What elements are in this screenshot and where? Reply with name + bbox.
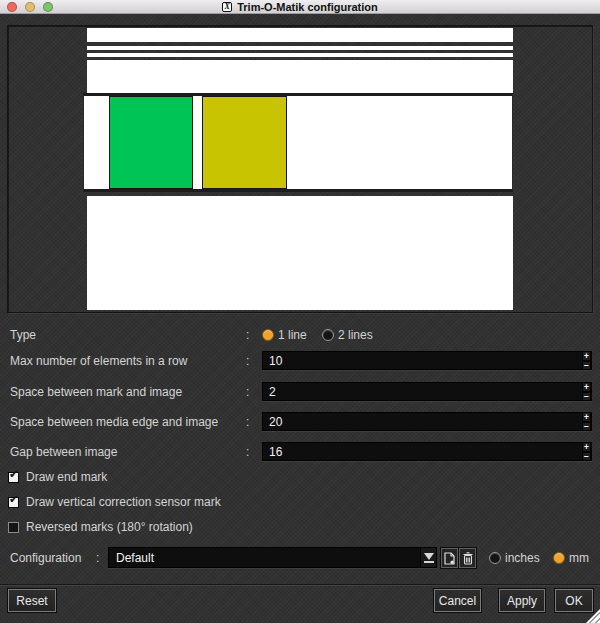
radio-icon [262,329,274,341]
gap-between-image-input[interactable] [263,443,591,460]
reset-button[interactable]: Reset [8,589,56,612]
gap-between-image-field: + − [262,442,592,461]
draw-vertical-correction-checkbox[interactable]: ✔ Draw vertical correction sensor mark [0,494,600,510]
space-mark-image-input[interactable] [263,383,591,400]
radio-mm-label: mm [569,551,589,565]
radio-inches-label: inches [505,551,540,565]
preview-thin-line-2 [87,53,513,57]
reversed-marks-label: Reversed marks (180° rotation) [26,520,193,534]
preview-green-block [109,96,193,189]
space-media-edge-field: + − [262,412,592,431]
minimize-button[interactable] [25,2,35,12]
colon: : [246,326,249,344]
spinner-up-button[interactable]: + [582,442,591,452]
configuration-field [108,547,437,568]
preview-mark-strip [87,60,513,93]
colon: : [96,547,99,568]
configuration-input[interactable] [109,548,420,567]
gap-between-image-row: Gap between image : + − [0,442,600,461]
draw-end-mark-checkbox[interactable]: ✔ Draw end mark [0,469,600,485]
preview-canvas [7,25,593,313]
checkbox-icon [8,522,19,533]
spinner-up-button[interactable]: + [582,351,591,361]
radio-icon [322,329,334,341]
spinner-down-button[interactable]: − [582,452,591,462]
chevron-down-icon [424,553,434,560]
space-media-edge-label: Space between media edge and image [10,412,218,431]
reversed-marks-checkbox[interactable]: Reversed marks (180° rotation) [0,519,600,535]
gap-between-image-label: Gap between image [10,442,117,461]
colon: : [246,442,249,461]
colon: : [246,412,249,431]
type-label: Type [10,326,36,344]
preview-image-row [83,93,513,192]
spinner: + − [582,351,591,370]
dropdown-bar [424,561,434,563]
new-document-icon [444,552,455,565]
radio-icon [553,552,565,564]
spinner: + − [582,412,591,431]
trash-icon [463,552,473,565]
window: X Trim-O-Matik configuration Type : 1 li… [0,0,600,623]
radio-2-lines-label: 2 lines [338,328,373,342]
space-mark-image-field: + − [262,382,592,401]
draw-vertical-correction-label: Draw vertical correction sensor mark [26,495,221,509]
configuration-label: Configuration [10,547,81,568]
dialog-body: Type : 1 line 2 lines Max number of elem… [0,14,600,623]
preview-yellow-block [202,96,287,189]
max-elements-field: + − [262,351,592,370]
max-elements-row: Max number of elements in a row : + − [0,351,600,370]
max-elements-input[interactable] [263,352,591,369]
space-mark-image-label: Space between mark and image [10,382,182,401]
titlebar: X Trim-O-Matik configuration [0,0,600,14]
preview-bottom-area [87,196,513,310]
footer-separator [0,584,600,586]
x11-icon: X [222,2,232,12]
close-button[interactable] [7,2,17,12]
max-elements-label: Max number of elements in a row [10,351,187,370]
space-mark-image-row: Space between mark and image : + − [0,382,600,401]
spinner-down-button[interactable]: − [582,392,591,402]
checkbox-icon: ✔ [8,472,19,483]
colon: : [246,351,249,370]
radio-inches[interactable]: inches [489,547,540,568]
draw-end-mark-label: Draw end mark [26,470,107,484]
preview-thin-line-1 [87,46,513,50]
checkbox-icon: ✔ [8,497,19,508]
space-media-edge-input[interactable] [263,413,591,430]
spinner-down-button[interactable]: − [582,361,591,371]
zoom-button[interactable] [43,2,53,12]
window-title: Trim-O-Matik configuration [237,1,378,13]
spinner: + − [582,382,591,401]
colon: : [246,382,249,401]
spinner-up-button[interactable]: + [582,382,591,392]
delete-config-button[interactable] [459,548,476,568]
preview-top-strip [87,28,513,42]
ok-button[interactable]: OK [555,589,593,612]
radio-icon [489,552,501,564]
radio-1-line-label: 1 line [278,328,307,342]
dropdown-button[interactable] [420,548,436,567]
title-group: X Trim-O-Matik configuration [222,1,378,13]
spinner-down-button[interactable]: − [582,422,591,432]
spinner: + − [582,442,591,461]
radio-mm[interactable]: mm [553,547,589,568]
space-media-edge-row: Space between media edge and image : + − [0,412,600,431]
radio-2-lines[interactable]: 2 lines [322,326,373,344]
apply-button[interactable]: Apply [499,589,545,612]
radio-1-line[interactable]: 1 line [262,326,307,344]
spinner-up-button[interactable]: + [582,412,591,422]
type-row: Type : 1 line 2 lines [0,326,600,344]
configuration-row: Configuration : [0,547,600,568]
new-config-button[interactable] [441,548,458,568]
cancel-button[interactable]: Cancel [434,589,481,612]
